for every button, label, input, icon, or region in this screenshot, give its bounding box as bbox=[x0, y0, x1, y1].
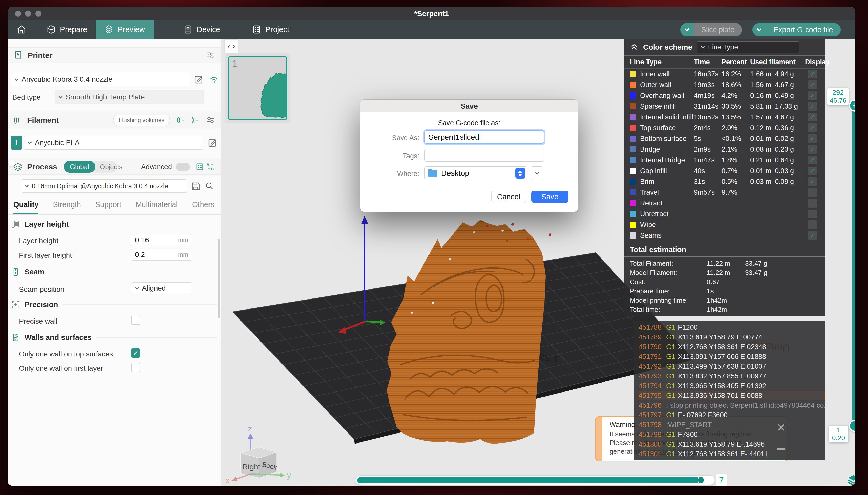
display-checkbox[interactable]: ✓ bbox=[808, 81, 817, 89]
expand-dialog-button[interactable] bbox=[531, 166, 543, 180]
save-button[interactable]: Save bbox=[532, 191, 568, 203]
gcode-line: 451789G1X113.619 Y158.79 E.00774 bbox=[639, 332, 826, 342]
add-filament-icon[interactable] bbox=[176, 116, 185, 124]
slice-plate-button[interactable]: Slice plate bbox=[694, 23, 742, 36]
where-select[interactable]: Desktop bbox=[424, 166, 527, 180]
seam-position-select[interactable]: Aligned bbox=[131, 282, 192, 294]
line-type-color-swatch bbox=[630, 92, 636, 99]
flushing-volumes-button[interactable]: Flushing volumes bbox=[113, 115, 170, 126]
chevron-down-icon bbox=[15, 76, 19, 81]
display-checkbox[interactable]: ✓ bbox=[808, 156, 817, 165]
layer-height-input[interactable]: 0.16 mm bbox=[131, 234, 192, 246]
export-dropdown-arrow[interactable] bbox=[752, 23, 766, 36]
chevron-down-icon bbox=[535, 170, 539, 174]
warning-close-icon[interactable] bbox=[776, 422, 786, 432]
remove-filament-icon[interactable] bbox=[191, 116, 199, 124]
first-layer-height-input[interactable]: 0.2 mm bbox=[131, 249, 192, 260]
tab-others[interactable]: Others bbox=[192, 200, 214, 215]
line-type-table-header: Line Type Time Percent Used filament Dis… bbox=[624, 55, 826, 69]
preset-list-icon[interactable] bbox=[196, 163, 205, 171]
layer-slider-top-handle[interactable]: + bbox=[849, 99, 855, 112]
layer-slider-top-tooltip: 292 46.76 bbox=[827, 88, 849, 105]
warning-minimize-icon[interactable] bbox=[777, 448, 785, 450]
printer-settings-icon[interactable] bbox=[206, 51, 215, 60]
line-type-color-swatch bbox=[630, 71, 636, 77]
display-checkbox[interactable]: ✓ bbox=[808, 91, 817, 100]
display-checkbox[interactable]: ✓ bbox=[808, 113, 817, 121]
build-plate[interactable] bbox=[232, 253, 690, 439]
tab-strength[interactable]: Strength bbox=[53, 200, 81, 215]
sidebar-scrollbar[interactable] bbox=[218, 239, 220, 318]
one-wall-top-checkbox[interactable]: ✓ bbox=[131, 348, 140, 358]
layer-slider-bottom-handle[interactable] bbox=[849, 420, 855, 432]
save-preset-icon[interactable] bbox=[191, 182, 200, 191]
process-preset-select[interactable]: 0.16mm Optimal @Anycubic Kobra 3 0.4 noz… bbox=[21, 180, 187, 193]
advanced-toggle[interactable] bbox=[176, 163, 190, 171]
printer-select[interactable]: Anycubic Kobra 3 0.4 nozzle bbox=[11, 72, 190, 86]
line-type-color-swatch bbox=[630, 189, 636, 195]
plate-thumbnail[interactable]: 1 bbox=[228, 56, 288, 120]
layers-view-icon[interactable] bbox=[848, 475, 855, 485]
chevron-down-icon bbox=[701, 44, 705, 48]
edit-filament-icon[interactable] bbox=[208, 138, 217, 147]
line-type-color-swatch bbox=[630, 178, 636, 185]
collapse-plate-list-button[interactable]: ‹ › bbox=[225, 40, 238, 52]
total-row: Prepare time:1s bbox=[624, 287, 826, 296]
process-objects-tab[interactable]: Objects bbox=[95, 163, 127, 171]
printer-section-header: Printer bbox=[8, 47, 221, 63]
display-checkbox[interactable]: ✓ bbox=[808, 145, 817, 154]
display-checkbox[interactable]: ✓ bbox=[808, 70, 817, 79]
display-checkbox[interactable]: ✓ bbox=[808, 167, 817, 175]
gcode-line: 451794G1X113.965 Y158.405 E.01392 bbox=[639, 381, 826, 391]
wifi-icon[interactable] bbox=[209, 75, 219, 85]
orientation-cube[interactable]: Right Back z y x bbox=[225, 425, 291, 485]
tab-support[interactable]: Support bbox=[95, 200, 121, 215]
process-global-tab[interactable]: Global bbox=[64, 161, 95, 173]
sliced-model[interactable] bbox=[387, 220, 552, 444]
gcode-line: 451792G1X113.499 Y157.638 E.01007 bbox=[639, 361, 826, 371]
display-checkbox[interactable] bbox=[808, 199, 817, 207]
display-checkbox[interactable] bbox=[808, 220, 817, 229]
total-row: Model printing time:1h42m bbox=[624, 296, 826, 305]
process-tabs: Quality Strength Support Multimaterial O… bbox=[8, 200, 221, 215]
slice-plate-dropdown-arrow[interactable] bbox=[680, 23, 694, 36]
export-gcode-button[interactable]: Export G-code file bbox=[766, 23, 840, 36]
move-slider-track[interactable] bbox=[355, 476, 715, 485]
tab-prepare[interactable]: Prepare bbox=[38, 20, 96, 39]
display-checkbox[interactable] bbox=[808, 188, 817, 197]
tab-quality[interactable]: Quality bbox=[13, 200, 38, 215]
display-checkbox[interactable] bbox=[808, 209, 817, 218]
tab-project[interactable]: Project bbox=[243, 20, 298, 39]
display-checkbox[interactable]: ✓ bbox=[808, 134, 817, 143]
display-checkbox[interactable]: ✓ bbox=[808, 177, 817, 186]
display-checkbox[interactable]: ✓ bbox=[808, 123, 817, 132]
edit-printer-icon[interactable] bbox=[194, 75, 203, 84]
collapse-panel-icon[interactable] bbox=[630, 43, 639, 51]
bed-type-select[interactable]: Smooth High Temp Plate bbox=[55, 90, 204, 104]
layer-slider-track[interactable] bbox=[852, 105, 855, 426]
compare-ab-icon[interactable]: AB bbox=[206, 163, 215, 171]
filename-input[interactable]: Serpent1sliced bbox=[424, 131, 544, 144]
layer-slider-bottom-tooltip: 1 0.20 bbox=[829, 426, 848, 443]
precise-wall-checkbox[interactable] bbox=[131, 315, 140, 325]
line-type-row: Travel9m57s9.7% bbox=[624, 187, 826, 198]
tab-preview[interactable]: Preview bbox=[96, 20, 154, 39]
move-slider-handle[interactable] bbox=[698, 476, 704, 484]
one-wall-first-layer-checkbox[interactable] bbox=[131, 363, 140, 372]
tab-multimaterial[interactable]: Multimaterial bbox=[136, 200, 178, 215]
color-scheme-select[interactable]: Line Type bbox=[697, 41, 799, 53]
line-type-row: Sparse infill31m14s30.5%5.81 m17.33 g✓ bbox=[624, 101, 826, 112]
cancel-button[interactable]: Cancel bbox=[491, 191, 526, 203]
seam-group-header: Seam bbox=[11, 268, 217, 276]
search-preset-icon[interactable] bbox=[205, 182, 214, 191]
home-button[interactable] bbox=[14, 23, 28, 36]
gcode-viewer[interactable]: 451788G1F1200451789G1X113.619 Y158.79 E.… bbox=[634, 321, 826, 460]
tags-label: Tags: bbox=[363, 152, 419, 160]
display-checkbox[interactable]: ✓ bbox=[808, 231, 817, 240]
tab-device[interactable]: Device bbox=[175, 20, 229, 39]
tags-input[interactable] bbox=[424, 149, 544, 162]
display-checkbox[interactable]: ✓ bbox=[808, 102, 817, 111]
filament-settings-icon[interactable] bbox=[206, 116, 215, 124]
filament-select[interactable]: Anycubic PLA bbox=[24, 136, 203, 150]
cube-x-label: x bbox=[225, 475, 230, 485]
